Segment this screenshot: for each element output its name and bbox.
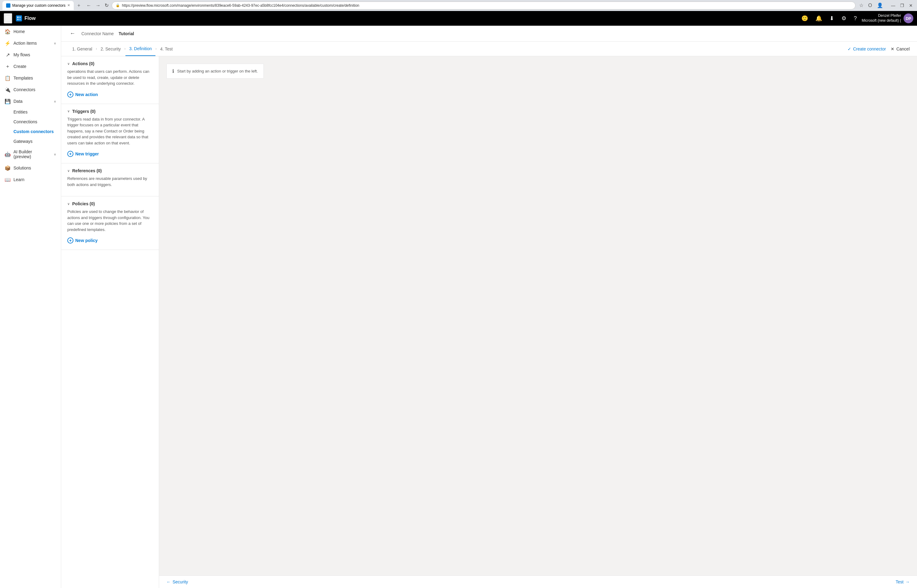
triggers-section-title: Triggers (0) — [72, 109, 95, 114]
nav-forward-arrow-icon: → — [906, 580, 910, 584]
cancel-label: Cancel — [896, 47, 910, 52]
triggers-section-header[interactable]: ∨ Triggers (0) — [67, 109, 153, 114]
star-button[interactable]: ☆ — [858, 2, 865, 9]
wizard-step-general[interactable]: 1. General — [69, 42, 96, 56]
create-connector-button[interactable]: ✓ Create connector — [848, 47, 886, 52]
address-bar[interactable]: 🔒 https://preview.flow.microsoft.com/man… — [112, 2, 855, 10]
sidebar-item-home[interactable]: 🏠 Home — [0, 26, 61, 37]
sidebar-label-connections: Connections — [13, 119, 37, 124]
policies-section-header[interactable]: ∨ Policies (0) — [67, 201, 153, 206]
ai-builder-icon: 🤖 — [5, 152, 10, 157]
forward-nav-button[interactable]: → — [94, 2, 102, 9]
svg-rect-0 — [17, 16, 19, 18]
new-policy-plus-icon: + — [67, 237, 73, 244]
nav-forward-label: Test — [896, 580, 904, 584]
user-avatar[interactable]: DP — [904, 13, 913, 23]
step-definition-label: 3. Definition — [129, 46, 152, 51]
refresh-button[interactable]: ↻ — [103, 2, 110, 9]
top-bar-actions: 🙂 🔔 ⬇ ⚙ ? — [800, 14, 858, 23]
new-trigger-button[interactable]: + New trigger — [67, 150, 99, 158]
sidebar-item-my-flows[interactable]: ↗ My flows — [0, 49, 61, 61]
wizard-step-definition[interactable]: 3. Definition — [126, 42, 155, 56]
opera-button[interactable]: O — [867, 2, 873, 9]
sidebar-item-learn[interactable]: 📖 Learn — [0, 174, 61, 186]
action-items-icon: ⚡ — [5, 40, 10, 46]
connector-tutorial-label: Tutorial — [119, 31, 134, 36]
step-security-label: 2. Security — [101, 47, 121, 52]
right-panel-nav: ← Security Test → — [159, 575, 917, 588]
sidebar-item-ai-builder[interactable]: 🤖 AI Builder(preview) ∨ — [0, 146, 61, 162]
tab-close-btn[interactable]: ✕ — [67, 3, 70, 7]
actions-section-header[interactable]: ∨ Actions (0) — [67, 61, 153, 66]
app-logo-icon — [16, 15, 22, 21]
sidebar-item-action-items[interactable]: ⚡ Action items ∨ — [0, 37, 61, 49]
browser-controls: ← → ↻ 🔒 https://preview.flow.microsoft.c… — [85, 2, 855, 10]
page-content: ∨ Actions (0) operations that users can … — [61, 56, 917, 588]
connector-name-label: Connector Name — [81, 31, 114, 36]
help-button[interactable]: ? — [852, 14, 858, 23]
notifications-button[interactable]: 🔔 — [814, 14, 823, 23]
create-icon: ＋ — [5, 64, 10, 69]
policies-section-desc: Policies are used to change the behavior… — [67, 208, 153, 233]
wizard-steps: 1. General › 2. Security › 3. Definition… — [61, 42, 917, 56]
sidebar-label-templates: Templates — [13, 76, 33, 81]
sidebar-item-connectors[interactable]: 🔌 Connectors — [0, 84, 61, 95]
lock-icon: 🔒 — [116, 3, 120, 7]
download-button[interactable]: ⬇ — [828, 14, 835, 23]
step-general-label: 1. General — [72, 47, 92, 52]
policies-section-title: Policies (0) — [72, 201, 95, 206]
user-name-text: Denzel Pfeifer Microsoft (new default) ( — [862, 13, 901, 23]
sidebar-label-learn: Learn — [13, 177, 24, 182]
browser-actions: ☆ O 👤 — [858, 2, 884, 9]
references-chevron-icon: ∨ — [67, 169, 70, 173]
info-circle-icon: ℹ — [172, 68, 174, 74]
actions-section-title: Actions (0) — [72, 61, 94, 66]
references-section: ∨ References (0) References are reusable… — [61, 163, 159, 196]
actions-section-desc: operations that users can perform. Actio… — [67, 68, 153, 87]
nav-forward-test-button[interactable]: Test → — [896, 580, 910, 584]
sidebar-label-custom-connectors: Custom connectors — [13, 129, 53, 134]
cancel-button[interactable]: ✕ Cancel — [891, 47, 910, 52]
new-action-button[interactable]: + New action — [67, 90, 98, 99]
sidebar-item-gateways[interactable]: Gateways — [0, 136, 61, 146]
action-items-chevron-icon: ∨ — [54, 42, 56, 45]
references-section-header[interactable]: ∨ References (0) — [67, 168, 153, 173]
left-panel: ∨ Actions (0) operations that users can … — [61, 56, 159, 588]
close-button[interactable]: ✕ — [907, 2, 915, 8]
back-nav-button[interactable]: ← — [85, 2, 92, 9]
sidebar-item-solutions[interactable]: 📦 Solutions — [0, 162, 61, 174]
info-box-text: Start by adding an action or trigger on … — [177, 69, 258, 73]
active-tab[interactable]: Manage your custom connectors ✕ — [2, 1, 74, 10]
user-name: Denzel Pfeifer — [862, 13, 901, 18]
settings-button[interactable]: ⚙ — [840, 14, 848, 23]
triggers-chevron-icon: ∨ — [67, 109, 70, 113]
sidebar-label-action-items: Action items — [13, 41, 37, 45]
step-test-label: 4. Test — [160, 47, 173, 52]
smiley-button[interactable]: 🙂 — [800, 14, 809, 23]
sidebar-label-data: Data — [13, 99, 23, 104]
home-icon: 🏠 — [5, 29, 10, 34]
sidebar-item-data[interactable]: 💾 Data ∧ — [0, 95, 61, 107]
solutions-icon: 📦 — [5, 165, 10, 171]
sub-header-back-button[interactable]: ← — [69, 29, 76, 38]
minimize-button[interactable]: — — [889, 2, 897, 8]
sidebar-item-entities[interactable]: Entities — [0, 107, 61, 117]
nav-back-security-button[interactable]: ← Security — [166, 580, 188, 584]
new-tab-button[interactable]: + — [75, 2, 82, 10]
browser-chrome: Manage your custom connectors ✕ + ← → ↻ … — [0, 0, 917, 11]
data-chevron-icon: ∧ — [54, 100, 56, 103]
main-body: 🏠 Home ⚡ Action items ∨ ↗ My flows ＋ Cre… — [0, 26, 917, 588]
new-policy-button[interactable]: + New policy — [67, 236, 98, 245]
hamburger-menu[interactable]: ☰ — [4, 13, 12, 24]
sidebar-item-create[interactable]: ＋ Create — [0, 61, 61, 72]
my-flows-icon: ↗ — [5, 52, 10, 58]
sidebar-item-custom-connectors[interactable]: Custom connectors — [0, 127, 61, 136]
wizard-step-test[interactable]: 4. Test — [157, 42, 176, 56]
profile-button[interactable]: 👤 — [876, 2, 884, 9]
actions-chevron-icon: ∨ — [67, 62, 70, 66]
sidebar-item-connections[interactable]: Connections — [0, 117, 61, 127]
sub-header: ← Connector Name Tutorial — [61, 26, 917, 42]
sidebar-item-templates[interactable]: 📋 Templates — [0, 72, 61, 84]
wizard-step-security[interactable]: 2. Security — [97, 42, 124, 56]
maximize-button[interactable]: ❐ — [898, 2, 906, 8]
